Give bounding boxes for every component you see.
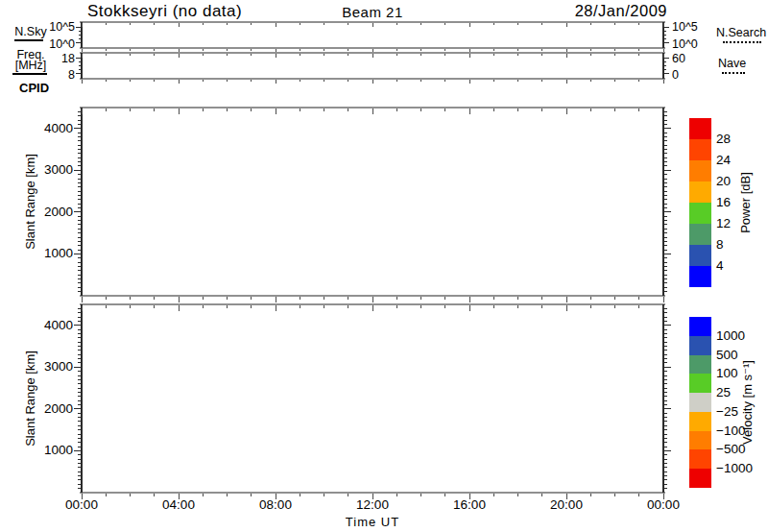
power-colorbar-tick-label: 20 <box>716 174 731 188</box>
noise-left-tick-bottom: 10^0 <box>36 37 75 51</box>
time-tick-label: 12:00 <box>356 497 389 512</box>
range-tick-label: 1000 <box>27 443 73 457</box>
range-tick-label: 4000 <box>27 318 73 332</box>
cpid-label: CPID <box>19 81 49 95</box>
station-title: Stokkseyri (no data) <box>87 2 242 21</box>
dotted-line-key-icon <box>723 41 761 43</box>
noise-right-tick-bottom: 10^0 <box>672 37 698 51</box>
velocity-colorbar-tick-label: 25 <box>716 385 731 399</box>
power-colorbar-tick-label: 16 <box>716 195 731 209</box>
range-tick-label: 4000 <box>27 121 73 135</box>
power-colorbar-tick-label: 12 <box>716 216 731 230</box>
velocity-colorbar <box>689 317 711 488</box>
power-colorbar-tick-label: 4 <box>716 258 724 273</box>
velocity-colorbar-segment <box>689 469 711 488</box>
velocity-colorbar-segment <box>689 449 711 469</box>
noise-left-tick-top: 10^5 <box>36 20 75 34</box>
power-colorbar-tick-label: 8 <box>716 237 724 252</box>
dotted-line-key-icon <box>722 72 745 74</box>
nave-right-tick-top: 60 <box>672 52 685 65</box>
range-tick-label: 2000 <box>27 401 73 416</box>
time-tick-label: 00:00 <box>65 497 98 512</box>
velocity-colorbar-segment <box>689 374 711 393</box>
power-colorbar-segment <box>689 203 711 224</box>
time-tick-label: 20:00 <box>550 497 583 512</box>
range-tick-label: 2000 <box>27 205 73 219</box>
nave-right-tick-bottom: 0 <box>672 68 679 82</box>
beam-title: Beam 21 <box>342 4 403 20</box>
time-tick-label: 08:00 <box>259 497 292 512</box>
power-colorbar-segment <box>689 118 711 139</box>
noise-right-tick-top: 10^5 <box>672 20 698 34</box>
velocity-colorbar-tick-label: −100 <box>716 423 745 438</box>
range-tick-label: 3000 <box>27 359 73 374</box>
velocity-colorbar-tick-label: −25 <box>716 404 738 419</box>
nave-label: Nave <box>718 57 746 70</box>
power-colorbar-tick-label: 28 <box>716 132 731 146</box>
velocity-colorbar-tick-label: 500 <box>716 348 738 362</box>
power-colorbar-segment <box>689 266 711 287</box>
range-tick-label: 1000 <box>27 246 73 260</box>
velocity-colorbar-tick-label: −500 <box>716 442 745 456</box>
time-tick-label: 04:00 <box>162 497 195 512</box>
freq-left-tick-bottom: 8 <box>36 68 75 82</box>
freq-left-tick-top: 18 <box>36 52 75 65</box>
time-tick-label: 16:00 <box>453 497 486 512</box>
power-colorbar-tick-label: 24 <box>716 153 731 167</box>
power-colorbar-segment <box>689 160 711 181</box>
velocity-colorbar-tick-label: 100 <box>716 366 738 380</box>
velocity-colorbar-segment <box>689 317 711 336</box>
power-colorbar-segment <box>689 181 711 203</box>
velocity-colorbar-segment <box>689 336 711 355</box>
power-colorbar-segment <box>689 224 711 245</box>
power-colorbar <box>689 118 711 287</box>
time-axis-label: Time UT <box>346 515 399 529</box>
power-colorbar-segment <box>689 245 711 266</box>
nsearch-label: N.Search <box>716 26 766 39</box>
velocity-colorbar-tick-label: 1000 <box>716 328 745 343</box>
date-title: 28/Jan/2009 <box>575 2 667 20</box>
power-colorbar-segment <box>689 139 711 160</box>
velocity-colorbar-segment <box>689 412 711 431</box>
power-colorbar-label: Power [dB] <box>738 172 753 233</box>
velocity-colorbar-segment <box>689 355 711 375</box>
time-tick-label: 00:00 <box>647 497 680 512</box>
velocity-colorbar-segment <box>689 431 711 450</box>
range-tick-label: 3000 <box>27 162 73 177</box>
superdarn-summary-plot: Stokkseyri (no data) Beam 21 28/Jan/2009… <box>0 0 768 532</box>
velocity-colorbar-segment <box>689 393 711 412</box>
velocity-colorbar-tick-label: −1000 <box>716 461 753 475</box>
plot-axes-canvas <box>0 0 768 532</box>
